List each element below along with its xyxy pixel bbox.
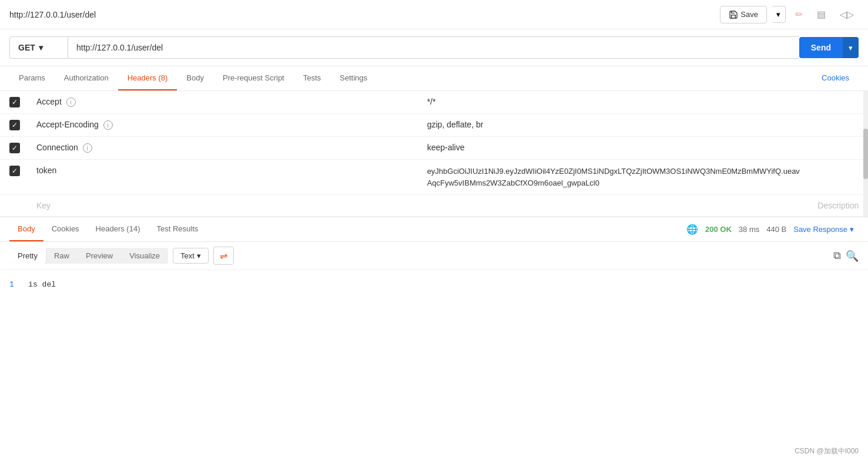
value-cell: eyJhbGciOiJIUzI1NiJ9.eyJzdWIiOil4YzE0ZjI… [420,160,811,195]
format-tab-pretty[interactable]: Pretty [9,248,46,264]
headers-table: ✓ Accept i */* ✓ Accept-Encoding i gzip, [0,91,868,217]
tab-settings[interactable]: Settings [330,66,377,90]
key-cell-empty: Key [29,195,420,217]
wrap-button[interactable]: ⇌ [213,247,234,265]
format-tab-visualize[interactable]: Visualize [121,248,168,264]
desc-placeholder: Description [817,201,859,210]
key-cell: Accept-Encoding i [29,114,420,137]
globe-icon: 🌐 [686,224,698,235]
desc-cell-empty: Description [810,195,868,217]
save-button[interactable]: Save [720,6,767,23]
tab-tests[interactable]: Tests [294,66,330,90]
desc-cell [810,114,868,137]
info-icon[interactable]: i [103,120,113,130]
response-tab-headers[interactable]: Headers (14) [88,217,149,241]
format-tab-raw[interactable]: Raw [46,248,78,264]
url-bar: GET ▾ Send ▾ [0,29,868,66]
tab-body[interactable]: Body [177,66,213,90]
collapse-icon-button[interactable]: ◁▷ [835,5,859,23]
save-response-button[interactable]: Save Response ▾ [793,225,854,234]
top-bar-actions: Save ▾ ✏ ▤ ◁▷ [720,5,859,23]
value-cell-empty [420,195,811,217]
request-tabs: Params Authorization Headers (8) Body Pr… [0,66,868,91]
scrollbar-thumb[interactable] [863,129,868,179]
key-cell: Accept i [29,91,420,114]
response-meta: 🌐 200 OK 38 ms 440 B Save Response ▾ [686,224,859,235]
send-group: Send ▾ [799,37,859,58]
status-badge: 200 OK [705,225,732,234]
send-button[interactable]: Send [799,37,843,58]
save-icon [729,10,738,19]
table-row: ✓ Accept i */* [0,91,868,114]
checkbox-cell [0,195,29,217]
method-selector[interactable]: GET ▾ [9,36,68,59]
response-tab-body[interactable]: Body [9,217,43,241]
checkbox-cell[interactable]: ✓ [0,91,29,114]
response-line: 1 is del [9,280,859,289]
info-icon[interactable]: i [83,143,92,153]
tab-authorization[interactable]: Authorization [55,66,118,90]
format-bar: Pretty Raw Preview Visualize Text ▾ ⇌ ⧉ … [0,242,868,270]
line-number: 1 [9,280,14,289]
response-size: 440 B [766,225,786,234]
checkbox-cell[interactable]: ✓ [0,137,29,160]
send-dropdown-button[interactable]: ▾ [843,37,859,58]
table-row: ✓ Accept-Encoding i gzip, deflate, br [0,114,868,137]
checkbox-connection[interactable]: ✓ [9,143,20,153]
scrollbar-track[interactable] [863,91,868,217]
value-cell: keep-alive [420,137,811,160]
edit-icon-button[interactable]: ✏ [790,5,807,23]
key-cell: token [29,160,420,195]
tab-cookies[interactable]: Cookies [812,66,859,90]
desc-cell [810,91,868,114]
copy-button[interactable]: ⧉ [833,250,841,262]
search-button[interactable]: 🔍 [846,250,859,263]
tab-pre-request-script[interactable]: Pre-request Script [213,66,294,90]
checkbox-cell[interactable]: ✓ [0,114,29,137]
table-row: Key Description [0,195,868,217]
checkbox-accept[interactable]: ✓ [9,97,20,107]
top-bar: http://127.0.0.1/user/del Save ▾ ✏ ▤ ◁▷ [0,0,868,29]
info-icon[interactable]: i [66,97,76,107]
response-time: 38 ms [739,225,759,234]
table-row: ✓ token eyJhbGciOiJIUzI1NiJ9.eyJzdWIiOil… [0,160,868,195]
response-body: 1 is del [0,270,868,329]
value-cell: */* [420,91,811,114]
desc-cell [810,137,868,160]
tab-headers[interactable]: Headers (8) [118,66,177,90]
text-format-dropdown[interactable]: Text ▾ [173,248,209,264]
table-row: ✓ Connection i keep-alive [0,137,868,160]
checkbox-token[interactable]: ✓ [9,166,20,176]
url-input[interactable] [68,36,799,59]
notes-icon-button[interactable]: ▤ [812,5,830,23]
desc-cell [810,160,868,195]
response-tabs: Body Cookies Headers (14) Test Results 🌐… [0,217,868,242]
checkbox-accept-encoding[interactable]: ✓ [9,120,20,130]
save-dropdown-button[interactable]: ▾ [772,6,786,23]
checkbox-cell[interactable]: ✓ [0,160,29,195]
response-tab-test-results[interactable]: Test Results [148,217,206,241]
key-placeholder: Key [36,201,51,210]
tab-params[interactable]: Params [9,66,55,90]
line-content: is del [28,280,56,289]
format-tab-preview[interactable]: Preview [78,248,121,264]
response-tab-cookies[interactable]: Cookies [43,217,88,241]
format-tab-group: Pretty Raw Preview Visualize [9,248,168,264]
value-cell: gzip, deflate, br [420,114,811,137]
key-cell: Connection i [29,137,420,160]
headers-table-container: ✓ Accept i */* ✓ Accept-Encoding i gzip, [0,91,868,217]
request-title: http://127.0.0.1/user/del [9,10,96,19]
